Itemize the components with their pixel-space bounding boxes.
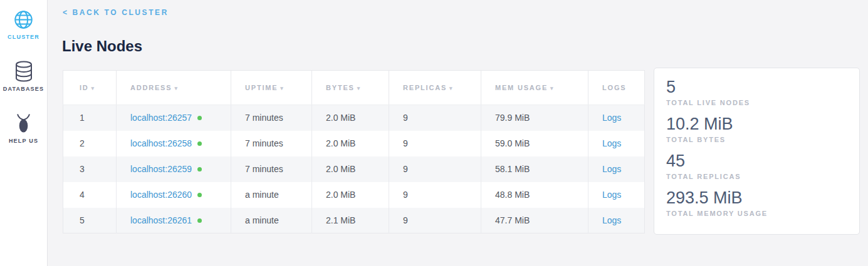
column-header-uptime[interactable]: UPTIME▾ <box>231 71 312 105</box>
column-header-label: ID <box>80 84 89 91</box>
node-address-link[interactable]: localhost:26259 <box>130 164 192 174</box>
node-logs-cell: Logs <box>588 208 645 233</box>
sidebar-item-label: CLUSTER <box>8 34 39 40</box>
table-row: 1 localhost:26257 7 minutes 2.0 MiB 9 79… <box>63 105 645 131</box>
node-uptime-cell: 7 minutes <box>231 131 312 156</box>
logs-link[interactable]: Logs <box>602 215 621 225</box>
sort-arrow-icon: ▾ <box>92 85 95 91</box>
stat-total-replicas: 45 TOTAL REPLICAS <box>666 151 859 180</box>
chevron-left-icon: < <box>63 8 69 17</box>
node-address-link[interactable]: localhost:26260 <box>130 190 192 200</box>
stat-label: TOTAL BYTES <box>666 136 859 143</box>
stat-label: TOTAL MEMORY USAGE <box>666 210 859 217</box>
table-row: 4 localhost:26260 a minute 2.0 MiB 9 48.… <box>63 182 645 208</box>
node-address-cell: localhost:26258 <box>117 131 231 156</box>
node-uptime-cell: a minute <box>231 182 312 208</box>
node-mem-usage-cell: 58.1 MiB <box>481 156 588 182</box>
node-bytes-cell: 2.0 MiB <box>312 182 389 208</box>
stat-total-live-nodes: 5 TOTAL LIVE NODES <box>666 78 859 106</box>
table-row: 5 localhost:26261 a minute 2.1 MiB 9 47.… <box>63 208 645 233</box>
sort-arrow-icon: ▾ <box>280 85 284 91</box>
node-id-cell: 5 <box>63 208 117 233</box>
node-replicas-cell: 9 <box>389 105 481 131</box>
node-address-cell: localhost:26261 <box>117 208 231 233</box>
node-replicas-cell: 9 <box>389 208 481 233</box>
node-mem-usage-cell: 79.9 MiB <box>481 105 588 131</box>
cockroach-icon <box>15 113 32 134</box>
live-status-dot <box>197 193 202 197</box>
node-address-link[interactable]: localhost:26258 <box>130 138 192 148</box>
column-header-label: REPLICAS <box>403 84 447 91</box>
table-row: 3 localhost:26259 7 minutes 2.0 MiB 9 58… <box>63 156 645 182</box>
back-link-label: BACK TO CLUSTER <box>73 8 169 17</box>
sidebar-item-help-us[interactable]: HELP US <box>0 113 47 144</box>
node-id-cell: 1 <box>63 105 117 131</box>
logs-link[interactable]: Logs <box>602 164 621 174</box>
node-mem-usage-cell: 47.7 MiB <box>481 208 588 233</box>
sidebar-item-cluster[interactable]: CLUSTER <box>0 0 47 40</box>
live-nodes-table: ID▾ ADDRESS▾ UPTIME▾ BYTES▾ REPLICAS▾ ME… <box>63 70 645 233</box>
node-address-link[interactable]: localhost:26257 <box>130 113 192 123</box>
node-bytes-cell: 2.0 MiB <box>312 156 389 182</box>
node-id-cell: 3 <box>63 156 117 182</box>
column-header-label: BYTES <box>326 84 355 91</box>
node-address-cell: localhost:26259 <box>117 156 231 182</box>
node-uptime-cell: 7 minutes <box>231 105 312 131</box>
stat-value: 293.5 MiB <box>666 188 859 208</box>
logs-link[interactable]: Logs <box>602 113 621 123</box>
node-logs-cell: Logs <box>588 131 645 156</box>
stat-label: TOTAL LIVE NODES <box>666 99 859 106</box>
databases-icon <box>14 61 33 82</box>
node-address-link[interactable]: localhost:26261 <box>130 215 192 225</box>
live-status-dot <box>197 218 202 223</box>
column-header-id[interactable]: ID▾ <box>63 71 117 105</box>
stat-label: TOTAL REPLICAS <box>666 173 859 180</box>
node-id-cell: 2 <box>63 131 117 156</box>
node-replicas-cell: 9 <box>389 156 481 182</box>
live-status-dot <box>197 116 202 120</box>
table-header-row: ID▾ ADDRESS▾ UPTIME▾ BYTES▾ REPLICAS▾ ME… <box>63 71 645 105</box>
column-header-replicas[interactable]: REPLICAS▾ <box>389 71 481 105</box>
live-status-dot <box>197 167 202 171</box>
sort-arrow-icon: ▾ <box>550 85 554 91</box>
node-replicas-cell: 9 <box>389 131 481 156</box>
sidebar-item-databases[interactable]: DATABASES <box>0 61 47 92</box>
column-header-bytes[interactable]: BYTES▾ <box>312 71 389 105</box>
node-replicas-cell: 9 <box>389 182 481 208</box>
node-uptime-cell: a minute <box>231 208 312 233</box>
sidebar-item-label: HELP US <box>9 138 38 144</box>
live-status-dot <box>197 141 202 146</box>
node-mem-usage-cell: 59.0 MiB <box>481 131 588 156</box>
stat-value: 5 <box>666 78 859 97</box>
column-header-label: LOGS <box>602 84 626 91</box>
page-title: Live Nodes <box>62 38 142 55</box>
column-header-label: ADDRESS <box>130 84 172 91</box>
column-header-address[interactable]: ADDRESS▾ <box>117 71 231 105</box>
node-bytes-cell: 2.0 MiB <box>312 131 389 156</box>
stat-value: 45 <box>666 151 859 171</box>
node-logs-cell: Logs <box>588 182 645 208</box>
column-header-logs: LOGS <box>588 71 645 105</box>
back-to-cluster-link[interactable]: < BACK TO CLUSTER <box>63 8 169 17</box>
node-bytes-cell: 2.1 MiB <box>312 208 389 233</box>
node-logs-cell: Logs <box>588 156 645 182</box>
node-address-cell: localhost:26257 <box>117 105 231 131</box>
stat-total-memory-usage: 293.5 MiB TOTAL MEMORY USAGE <box>666 188 859 217</box>
logs-link[interactable]: Logs <box>602 190 621 200</box>
sidebar: CLUSTER DATABASES HELP US <box>0 0 48 266</box>
node-id-cell: 4 <box>63 182 117 208</box>
sort-arrow-icon: ▾ <box>449 85 453 91</box>
sort-arrow-icon: ▾ <box>174 85 178 91</box>
node-uptime-cell: 7 minutes <box>231 156 312 182</box>
table-row: 2 localhost:26258 7 minutes 2.0 MiB 9 59… <box>63 131 645 156</box>
cluster-summary-card: 5 TOTAL LIVE NODES 10.2 MiB TOTAL BYTES … <box>654 68 860 235</box>
logs-link[interactable]: Logs <box>602 138 621 148</box>
globe-icon <box>13 9 34 30</box>
node-logs-cell: Logs <box>588 105 645 131</box>
node-address-cell: localhost:26260 <box>117 182 231 208</box>
node-bytes-cell: 2.0 MiB <box>312 105 389 131</box>
column-header-mem-usage[interactable]: MEM USAGE▾ <box>481 71 588 105</box>
column-header-label: UPTIME <box>245 84 278 91</box>
sidebar-item-label: DATABASES <box>3 86 44 92</box>
node-mem-usage-cell: 48.8 MiB <box>481 182 588 208</box>
